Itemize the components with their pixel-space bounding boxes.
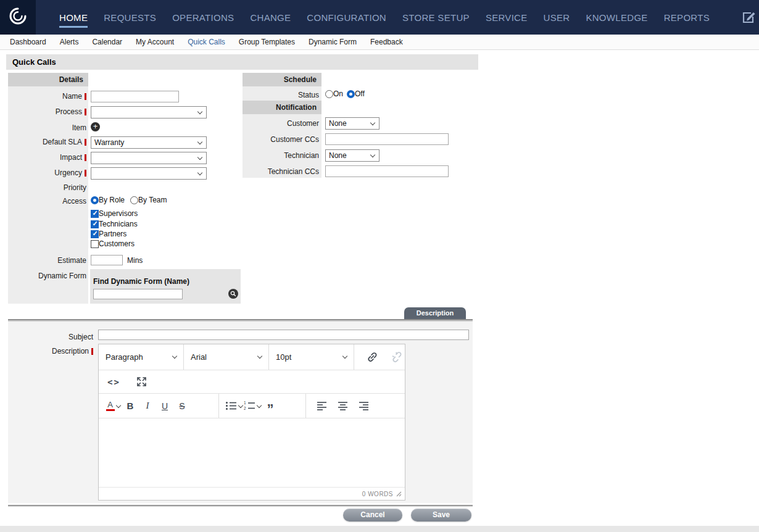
urgency-label-text: Urgency — [54, 168, 82, 177]
editor-content-area[interactable] — [99, 418, 405, 487]
radio-by-role[interactable] — [91, 196, 99, 204]
impact-select[interactable] — [91, 152, 207, 164]
nav-home-label: HOME — [59, 12, 88, 23]
chevron-down-icon — [197, 139, 202, 144]
subnav-dynamic-form[interactable]: Dynamic Form — [302, 38, 363, 46]
subnav-my-account[interactable]: My Account — [129, 38, 181, 46]
compose-icon[interactable] — [742, 10, 757, 24]
text-color-button[interactable]: A — [105, 397, 121, 415]
notification-section-header: Notification — [243, 101, 321, 114]
paragraph-format-select[interactable]: Paragraph — [99, 344, 184, 370]
source-code-button[interactable]: <> — [107, 377, 120, 387]
description-label-text: Description — [52, 347, 89, 355]
bullet-list-button[interactable] — [225, 397, 243, 415]
subnav-quick-calls[interactable]: Quick Calls — [181, 38, 232, 46]
estimate-input[interactable] — [91, 255, 123, 265]
strikethrough-button[interactable]: S — [174, 397, 190, 415]
font-family-value: Arial — [191, 352, 207, 362]
customer-label-text: Customer — [287, 119, 319, 128]
app-logo[interactable] — [0, 0, 36, 35]
numbered-list-button[interactable]: 12 — [244, 397, 261, 415]
technician-select[interactable]: None — [325, 149, 380, 162]
nav-store-setup[interactable]: STORE SETUP — [402, 0, 470, 35]
nav-reports[interactable]: REPORTS — [664, 0, 710, 35]
blockquote-button[interactable]: ” — [262, 397, 278, 415]
dynamic-form-label: Dynamic Form — [8, 272, 88, 281]
font-family-select[interactable]: Arial — [184, 344, 269, 370]
nav-configuration[interactable]: CONFIGURATION — [307, 0, 386, 35]
secondary-navigation: Dashboard Alerts Calendar My Account Qui… — [0, 35, 759, 50]
customer-ccs-input[interactable] — [325, 133, 449, 145]
checkbox-customers-label: Customers — [99, 239, 135, 248]
customer-select[interactable]: None — [325, 117, 380, 130]
editor-toolbar-row1: Paragraph Arial 10pt — [99, 344, 405, 370]
application-window: HOME REQUESTS OPERATIONS CHANGE CONFIGUR… — [0, 0, 759, 532]
align-left-button[interactable] — [313, 397, 330, 415]
checkbox-row-technicians: Technicians — [91, 220, 138, 228]
technician-ccs-input[interactable] — [325, 165, 449, 177]
description-label: Description — [8, 347, 93, 355]
radio-status-off-label: Off — [355, 89, 365, 98]
status-radio-group: On Off — [325, 89, 365, 98]
italic-button[interactable]: I — [139, 397, 156, 415]
chevron-down-icon — [370, 120, 375, 125]
radio-status-off[interactable] — [347, 90, 355, 98]
radio-by-team[interactable] — [130, 196, 138, 204]
urgency-select[interactable] — [91, 167, 207, 180]
name-input[interactable] — [91, 91, 179, 102]
search-icon[interactable] — [228, 289, 238, 299]
checkbox-technicians[interactable] — [91, 220, 99, 228]
checkbox-supervisors[interactable] — [91, 210, 99, 218]
estimate-label-text: Estimate — [57, 256, 86, 265]
underline-button[interactable]: U — [157, 397, 173, 415]
add-item-icon[interactable] — [91, 122, 100, 131]
process-select[interactable] — [91, 106, 207, 118]
default-sla-select[interactable]: Warranty — [91, 136, 207, 149]
radio-status-on[interactable] — [325, 90, 333, 98]
customer-select-value: None — [329, 119, 347, 128]
nav-change[interactable]: CHANGE — [250, 0, 291, 35]
align-right-button[interactable] — [355, 397, 371, 415]
required-marker — [91, 348, 93, 355]
main-content: Quick Calls Details Name Process Item De… — [0, 50, 759, 532]
tab-description[interactable]: Description — [404, 307, 466, 319]
nav-reports-label: REPORTS — [664, 12, 710, 23]
font-size-select[interactable]: 10pt — [269, 344, 354, 370]
subject-input[interactable] — [98, 330, 469, 340]
chevron-down-icon — [197, 154, 202, 159]
required-marker — [85, 93, 86, 100]
subnav-alerts[interactable]: Alerts — [53, 38, 86, 46]
nav-operations[interactable]: OPERATIONS — [172, 0, 234, 35]
subnav-feedback[interactable]: Feedback — [363, 38, 410, 46]
subnav-calendar[interactable]: Calendar — [85, 38, 129, 46]
checkbox-customers[interactable] — [91, 240, 99, 248]
nav-user-label: USER — [544, 12, 570, 23]
dynamic-form-search-input[interactable] — [93, 289, 183, 299]
save-button[interactable]: Save — [411, 509, 471, 522]
fullscreen-button[interactable] — [134, 373, 150, 391]
nav-service[interactable]: SERVICE — [486, 0, 528, 35]
align-center-button[interactable] — [334, 397, 350, 415]
item-label: Item — [8, 123, 88, 133]
remove-link-button[interactable] — [389, 349, 405, 366]
technician-label-text: Technician — [284, 151, 319, 160]
resize-handle[interactable] — [396, 488, 402, 499]
checkbox-partners[interactable] — [91, 230, 99, 238]
required-marker — [85, 170, 86, 177]
name-label-text: Name — [62, 92, 82, 101]
page-bottom-strip — [0, 526, 759, 532]
chevron-down-icon — [197, 109, 202, 114]
subject-label: Subject — [8, 333, 93, 341]
checkbox-technicians-label: Technicians — [99, 220, 138, 228]
insert-link-button[interactable] — [364, 349, 380, 366]
default-sla-label: Default SLA — [8, 138, 88, 147]
nav-user[interactable]: USER — [544, 0, 570, 35]
subnav-dashboard[interactable]: Dashboard — [3, 38, 53, 46]
nav-home[interactable]: HOME — [59, 0, 88, 35]
nav-knowledge[interactable]: KNOWLEDGE — [586, 0, 647, 35]
word-count: 0 WORDS — [362, 491, 393, 497]
bold-button[interactable]: B — [122, 397, 138, 415]
nav-requests[interactable]: REQUESTS — [104, 0, 156, 35]
subnav-group-templates[interactable]: Group Templates — [232, 38, 302, 46]
cancel-button[interactable]: Cancel — [343, 509, 402, 522]
